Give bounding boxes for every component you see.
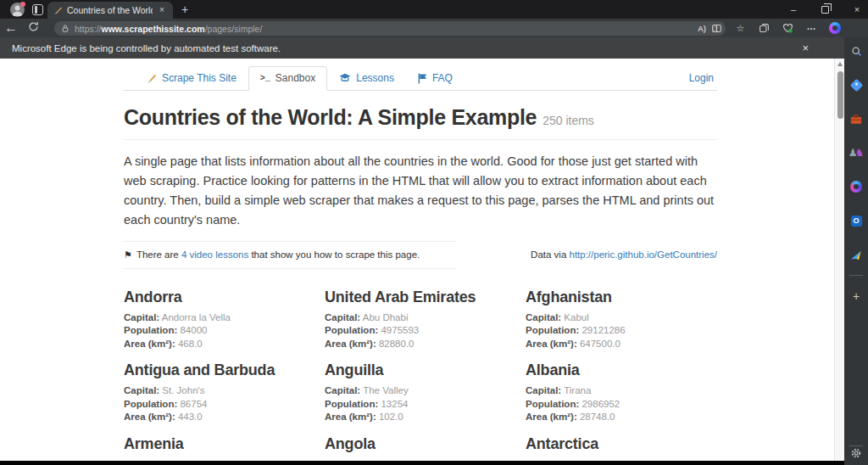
restore-button[interactable] xyxy=(821,6,829,14)
country-population: Population: 86754 xyxy=(124,398,325,412)
site-favicon-icon xyxy=(53,6,63,15)
country-capital: Capital: Andorra la Vella xyxy=(124,311,325,325)
country-name: Angola xyxy=(325,435,526,453)
site-nav: Scrape This Site >_ Sandbox Lessons FAQ … xyxy=(124,66,717,91)
sidebar-loop-icon[interactable] xyxy=(849,180,863,193)
favorites-icon[interactable]: ☆ xyxy=(734,22,747,35)
sidebar-divider xyxy=(849,275,863,276)
copilot-icon[interactable] xyxy=(829,22,841,34)
window-bottom-edge xyxy=(0,461,844,465)
page-title: Countries of the World: A Simple Example xyxy=(124,105,537,129)
country-name: Afghanistan xyxy=(526,289,726,306)
back-button[interactable]: ← xyxy=(0,20,22,36)
country-area: Area (km²): 647500.0 xyxy=(526,338,726,351)
browser-essentials-icon[interactable] xyxy=(782,22,794,35)
country-card: AngolaCapital: LuandaPopulation: 1306816… xyxy=(325,424,526,461)
nav-tab-sandbox[interactable]: >_ Sandbox xyxy=(248,66,327,91)
sidebar-drop-icon[interactable] xyxy=(849,248,863,261)
divider xyxy=(124,139,717,140)
country-area: Area (km²): 468.0 xyxy=(124,338,325,351)
country-name: Anguilla xyxy=(325,361,526,379)
data-source-note: Data via http://peric.github.io/GetCount… xyxy=(456,249,717,260)
country-capital: Capital: Tirana xyxy=(526,384,726,398)
scrollbar-thumb[interactable] xyxy=(837,71,843,119)
automation-banner: Microsoft Edge is being controlled by au… xyxy=(0,37,844,59)
country-card: United Arab EmiratesCapital: Abu DhabiPo… xyxy=(325,277,526,351)
country-card: AntarcticaCapital: NonePopulation: 0Area… xyxy=(526,424,726,461)
country-area: Area (km²): 443.0 xyxy=(124,411,325,424)
url-text[interactable]: https://www.scrapethissite.com/pages/sim… xyxy=(75,24,693,34)
nav-tab-faq[interactable]: FAQ xyxy=(406,66,465,91)
sidebar-tools-icon[interactable] xyxy=(849,112,863,126)
country-name: Antigua and Barbuda xyxy=(124,361,325,379)
sidebar-shopping-icon[interactable] xyxy=(849,78,863,92)
sidebar-outlook-icon[interactable]: O xyxy=(849,214,863,227)
scrollbar-up-arrow-icon[interactable] xyxy=(837,62,843,66)
video-lessons-note: ⚑ There are 4 video lessons that show yo… xyxy=(124,241,456,269)
login-link[interactable]: Login xyxy=(689,72,714,84)
country-name: United Arab Emirates xyxy=(325,289,526,306)
paintbrush-icon xyxy=(146,73,157,84)
country-card: Antigua and BarbudaCapital: St. John'sPo… xyxy=(124,350,325,424)
sidebar-settings-gear-icon[interactable] xyxy=(849,446,863,460)
nav-tab-lessons[interactable]: Lessons xyxy=(327,66,406,91)
window-close-button[interactable]: × xyxy=(851,4,863,14)
country-name: Albania xyxy=(526,361,726,379)
country-area: Area (km²): 82880.0 xyxy=(325,338,526,351)
sidebar-add-icon[interactable]: + xyxy=(849,289,863,303)
tab-close-icon[interactable]: × xyxy=(157,5,167,15)
new-tab-button[interactable]: + xyxy=(178,3,192,17)
countries-grid: AndorraCapital: Andorra la VellaPopulati… xyxy=(124,277,717,461)
profile-notification-dot xyxy=(20,2,25,7)
read-aloud-icon[interactable]: A) xyxy=(698,24,706,33)
country-name: Andorra xyxy=(124,289,325,306)
split-screen-icon[interactable] xyxy=(710,22,723,35)
country-population: Population: 4975593 xyxy=(325,324,526,338)
webpage-viewport: Scrape This Site >_ Sandbox Lessons FAQ … xyxy=(0,59,834,461)
sidebar-search-icon[interactable] xyxy=(849,44,863,58)
country-population: Population: 29121286 xyxy=(526,324,726,338)
country-capital: Capital: Abu Dhabi xyxy=(325,311,526,325)
edge-sidebar: ♟♞ O + xyxy=(844,37,868,465)
graduation-cap-icon xyxy=(339,73,351,83)
country-area: Area (km²): 28748.0 xyxy=(526,411,726,424)
flag-glyph-icon: ⚑ xyxy=(124,249,132,261)
info-row: ⚑ There are 4 video lessons that show yo… xyxy=(124,241,717,269)
lock-icon xyxy=(61,24,70,33)
country-capital: Capital: Kabul xyxy=(526,311,726,325)
country-population: Population: 2986952 xyxy=(526,398,726,412)
flag-icon xyxy=(418,73,427,84)
refresh-button[interactable] xyxy=(22,20,44,36)
address-bar[interactable]: https://www.scrapethissite.com/pages/sim… xyxy=(54,21,726,36)
country-name: Antarctica xyxy=(526,435,726,453)
sidebar-games-icon[interactable]: ♟♞ xyxy=(849,146,863,160)
page-scrollbar[interactable] xyxy=(834,59,844,461)
country-capital: Capital: The Valley xyxy=(325,384,526,398)
country-population: Population: 13254 xyxy=(325,398,526,412)
tab-title: Countries of the World: A Simple xyxy=(67,5,153,15)
banner-close-icon[interactable]: × xyxy=(802,42,809,54)
page-description: A single page that lists information abo… xyxy=(124,152,717,230)
country-name: Armenia xyxy=(124,435,325,453)
country-population: Population: 84000 xyxy=(124,324,325,338)
browser-tab[interactable]: Countries of the World: A Simple × xyxy=(47,2,173,19)
items-count: 250 items xyxy=(542,114,594,127)
country-area: Area (km²): 102.0 xyxy=(325,411,526,424)
nav-tab-scrape-this-site[interactable]: Scrape This Site xyxy=(134,66,248,91)
country-card: AnguillaCapital: The ValleyPopulation: 1… xyxy=(325,350,526,424)
browser-toolbar: ← https://www.scrapethissite.com/pages/s… xyxy=(0,19,868,37)
minimize-button[interactable]: – xyxy=(787,4,799,14)
terminal-icon: >_ xyxy=(260,74,270,83)
automation-banner-text: Microsoft Edge is being controlled by au… xyxy=(12,43,802,53)
country-card: AndorraCapital: Andorra la VellaPopulati… xyxy=(124,277,325,351)
tab-actions-icon[interactable] xyxy=(32,4,43,15)
country-card: AfghanistanCapital: KabulPopulation: 291… xyxy=(526,277,726,351)
data-source-link[interactable]: http://peric.github.io/GetCountries/ xyxy=(569,249,717,260)
video-lessons-link[interactable]: 4 video lessons xyxy=(181,249,248,260)
more-menu-icon[interactable]: ••• xyxy=(805,22,818,35)
country-card: AlbaniaCapital: TiranaPopulation: 298695… xyxy=(526,350,726,424)
country-capital: Capital: St. John's xyxy=(124,384,325,398)
browser-titlebar: Countries of the World: A Simple × + – × xyxy=(0,0,868,19)
collections-icon[interactable] xyxy=(758,22,771,35)
country-card: ArmeniaCapital: YerevanPopulation: 29680… xyxy=(124,424,325,461)
